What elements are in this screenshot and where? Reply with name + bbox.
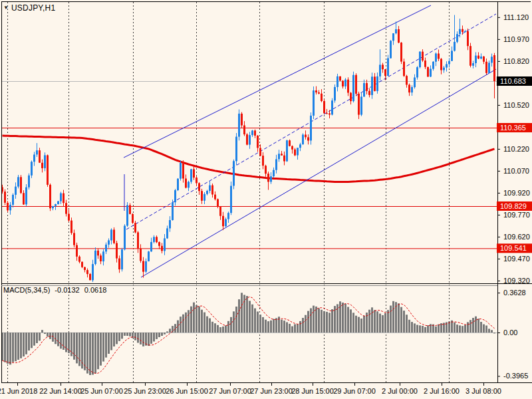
price-tick-label: 110.970: [503, 35, 529, 43]
macd-signal-value: 0.0618: [84, 286, 107, 294]
price-box-label: 109.829: [500, 202, 527, 210]
time-tick-label: 27 Jun 23:00: [250, 387, 293, 395]
price-chart-canvas[interactable]: 111.120110.970110.820110.520110.220110.0…: [0, 0, 532, 399]
price-tick-label: 110.520: [503, 101, 529, 109]
macd-tick-label: 0.00: [503, 329, 517, 336]
chart-window: 111.120110.970110.820110.520110.220110.0…: [0, 0, 532, 399]
time-tick-label: 3 Jul 08:00: [466, 387, 501, 395]
time-tick-label: 25 Jun 07:00: [80, 387, 123, 395]
price-tick-label: 110.220: [503, 145, 529, 153]
price-tick-label: 109.620: [503, 233, 530, 241]
triangle-down-icon: ▼: [3, 5, 9, 11]
time-tick-label: 28 Jun 15:00: [291, 387, 334, 395]
price-box-label: 109.541: [500, 244, 527, 252]
price-box-label: 110.683: [500, 77, 526, 85]
macd-indicator-label: MACD(5,34,5) -0.0132 0.0618: [3, 286, 109, 294]
macd-name: MACD(5,34,5): [3, 286, 50, 294]
symbol-timeframe-label: USDJPY,H1: [11, 3, 55, 13]
price-tick-label: 109.320: [503, 277, 530, 285]
time-tick-label: 22 Jun 14:00: [39, 387, 82, 395]
price-tick-label: 110.820: [503, 57, 529, 65]
macd-tick-label: 0.3628: [503, 289, 526, 297]
price-box-label: 110.365: [500, 124, 526, 132]
price-tick-label: 109.470: [503, 255, 530, 263]
time-tick-label: 26 Jun 15:00: [166, 387, 208, 395]
price-tick-label: 109.920: [503, 189, 530, 197]
price-tick-label: 110.070: [503, 167, 529, 175]
time-tick-label: 25 Jun 23:00: [124, 387, 166, 395]
price-tick-label: 111.120: [503, 13, 529, 21]
time-tick-label: 2 Jul 00:00: [382, 387, 418, 395]
price-tick-label: 109.770: [503, 211, 530, 219]
time-tick-label: 29 Jun 07:00: [333, 387, 376, 395]
macd-tick-label: -0.3965: [503, 372, 528, 380]
time-tick-label: 2 Jul 16:00: [424, 387, 460, 395]
time-tick-label: 27 Jun 07:00: [209, 387, 251, 395]
symbol-title: USDJPY,H1: [11, 3, 55, 13]
time-tick-label: 21 Jun 2018: [0, 387, 37, 395]
macd-main-value: -0.0132: [55, 286, 79, 294]
